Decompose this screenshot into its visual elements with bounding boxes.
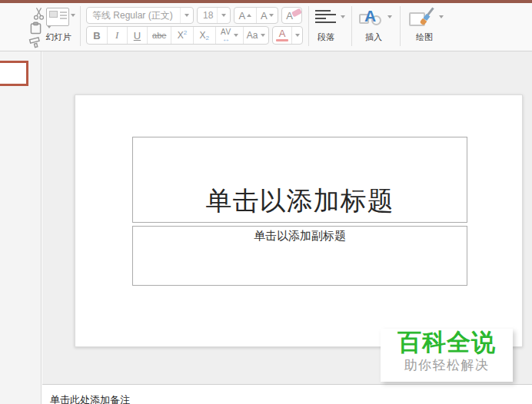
insert-group-label: 插入 [358,31,389,43]
superscript-button[interactable]: X 2 [171,27,194,44]
draw-button[interactable] [409,7,438,28]
title-placeholder[interactable]: 单击以添加标题 [132,137,467,223]
decrease-font-size-button[interactable]: A [257,8,278,23]
watermark-tagline: 助你轻松解决 [404,356,490,374]
chevron-down-icon [439,15,444,18]
new-slide-button[interactable] [46,8,69,26]
powerpoint-window: 幻灯片 等线 Regular (正文) 18 A A A [0,0,532,404]
cut-button[interactable] [29,5,48,21]
chevron-down-icon [185,14,189,17]
toolbar-separator [80,6,81,46]
watermark-title: 百科全说 [397,329,496,356]
toolbar-separator [351,6,352,46]
slide-thumbnail-pane [0,51,42,404]
font-color-button[interactable]: A [273,27,292,44]
triangle-up-icon [247,14,251,17]
chevron-down-icon [261,34,265,37]
align-lines-icon [315,10,336,23]
draw-dropdown[interactable] [439,15,444,18]
bold-button[interactable]: B [87,27,108,44]
chevron-down-icon [295,34,300,37]
chevron-down-icon [221,14,226,17]
font-color-dropdown[interactable] [292,27,302,44]
toolbar-separator [400,6,401,46]
title-placeholder-text: 单击以添加标题 [206,184,394,222]
font-name-value: 等线 Regular (正文) [87,9,180,22]
chevron-down-icon [71,14,75,17]
scissors-icon [32,6,46,21]
slide-layout-icon [46,8,69,26]
character-spacing-button[interactable]: AV ↔ [216,27,244,44]
font-size-combo[interactable]: 18 [197,7,231,24]
triangle-down-icon [269,14,274,17]
italic-button[interactable]: I [108,27,128,44]
subtitle-placeholder-text: 单击以添加副标题 [254,227,346,243]
paragraph-button[interactable] [315,10,336,23]
font-size-value: 18 [198,10,217,21]
insert-button[interactable]: A [358,7,384,28]
increase-font-size-button[interactable]: A [234,8,257,23]
paragraph-dropdown[interactable] [341,15,345,18]
change-case-button[interactable]: Aa [244,27,268,44]
draw-group-label: 绘图 [409,31,440,43]
font-color-icon: A [276,29,288,41]
eraser-icon [291,8,302,18]
insert-dropdown[interactable] [387,15,392,18]
font-name-dropdown[interactable] [180,8,193,23]
main-area: 单击以添加标题 单击以添加副标题 百科全说 助你轻松解决 单击此处添加备注 [0,51,532,404]
ribbon-toolbar: 幻灯片 等线 Regular (正文) 18 A A A [0,3,532,51]
clear-formatting-button[interactable]: A [282,8,301,23]
chevron-down-icon [341,15,345,18]
chevron-down-icon [387,15,392,18]
slide[interactable]: 单击以添加标题 单击以添加副标题 [75,94,523,347]
subscript-button[interactable]: X 2 [194,27,216,44]
subtitle-placeholder[interactable]: 单击以添加副标题 [132,226,467,286]
underline-button[interactable]: U [128,27,148,44]
chevron-down-icon [234,34,238,37]
slides-group-label: 幻灯片 [38,31,78,43]
font-name-combo[interactable]: 等线 Regular (正文) [86,7,194,24]
character-spacing-icon: AV ↔ [221,28,231,42]
slide-editing-canvas: 单击以添加标题 单击以添加副标题 百科全说 助你轻松解决 [42,51,532,384]
notes-pane[interactable]: 单击此处添加备注 [42,384,532,404]
font-size-dropdown[interactable] [217,8,230,23]
paragraph-group-label: 段落 [309,31,343,43]
watermark-overlay: 百科全说 助你轻松解决 [381,329,513,382]
slide-thumbnail-selected[interactable] [0,61,28,86]
notes-placeholder-text: 单击此处添加备注 [50,394,130,404]
strikethrough-button[interactable]: abe [148,27,171,44]
new-slide-dropdown[interactable] [71,14,75,17]
